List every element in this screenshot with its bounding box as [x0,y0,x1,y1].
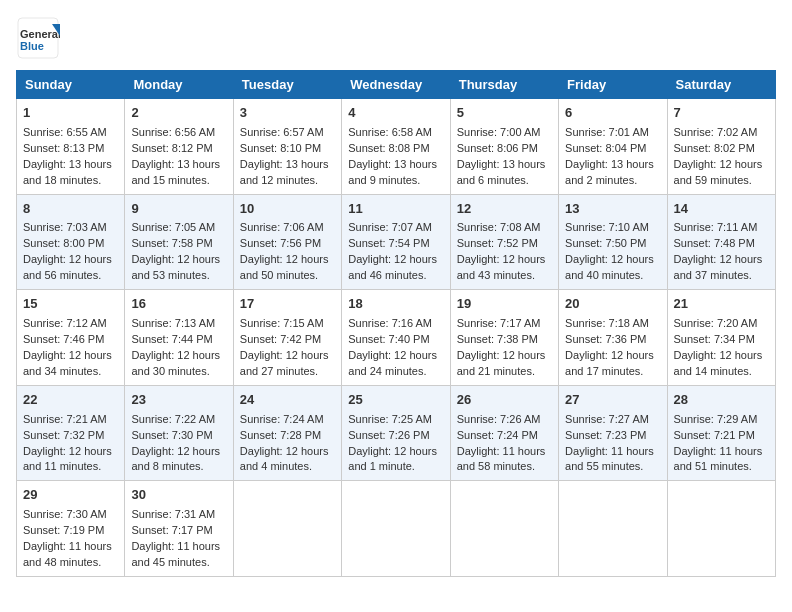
day-number: 26 [457,391,552,410]
day-number: 2 [131,104,226,123]
day-number: 13 [565,200,660,219]
day-number: 6 [565,104,660,123]
calendar-cell [342,481,450,577]
day-number: 18 [348,295,443,314]
day-number: 29 [23,486,118,505]
logo: General Blue [16,16,60,60]
sunrise-text: Sunrise: 7:16 AM [348,317,432,329]
column-header-monday: Monday [125,71,233,99]
sunset-text: Sunset: 7:21 PM [674,429,755,441]
sunrise-text: Sunrise: 7:30 AM [23,508,107,520]
daylight-text: Daylight: 12 hours and 24 minutes. [348,349,437,377]
column-header-saturday: Saturday [667,71,775,99]
sunrise-text: Sunrise: 6:56 AM [131,126,215,138]
calendar-cell: 19Sunrise: 7:17 AMSunset: 7:38 PMDayligh… [450,290,558,386]
calendar-cell: 26Sunrise: 7:26 AMSunset: 7:24 PMDayligh… [450,385,558,481]
day-number: 22 [23,391,118,410]
day-number: 9 [131,200,226,219]
sunset-text: Sunset: 7:40 PM [348,333,429,345]
sunset-text: Sunset: 7:42 PM [240,333,321,345]
sunset-text: Sunset: 7:38 PM [457,333,538,345]
sunrise-text: Sunrise: 7:10 AM [565,221,649,233]
sunset-text: Sunset: 7:26 PM [348,429,429,441]
daylight-text: Daylight: 12 hours and 56 minutes. [23,253,112,281]
sunrise-text: Sunrise: 7:15 AM [240,317,324,329]
sunset-text: Sunset: 7:44 PM [131,333,212,345]
daylight-text: Daylight: 13 hours and 12 minutes. [240,158,329,186]
calendar-cell: 13Sunrise: 7:10 AMSunset: 7:50 PMDayligh… [559,194,667,290]
sunrise-text: Sunrise: 7:13 AM [131,317,215,329]
calendar-cell: 15Sunrise: 7:12 AMSunset: 7:46 PMDayligh… [17,290,125,386]
day-number: 14 [674,200,769,219]
calendar-cell: 20Sunrise: 7:18 AMSunset: 7:36 PMDayligh… [559,290,667,386]
sunset-text: Sunset: 7:58 PM [131,237,212,249]
daylight-text: Daylight: 12 hours and 21 minutes. [457,349,546,377]
daylight-text: Daylight: 12 hours and 50 minutes. [240,253,329,281]
sunrise-text: Sunrise: 6:57 AM [240,126,324,138]
daylight-text: Daylight: 11 hours and 48 minutes. [23,540,112,568]
daylight-text: Daylight: 12 hours and 53 minutes. [131,253,220,281]
column-header-tuesday: Tuesday [233,71,341,99]
calendar-cell: 6Sunrise: 7:01 AMSunset: 8:04 PMDaylight… [559,99,667,195]
sunset-text: Sunset: 7:46 PM [23,333,104,345]
calendar-cell: 24Sunrise: 7:24 AMSunset: 7:28 PMDayligh… [233,385,341,481]
daylight-text: Daylight: 12 hours and 8 minutes. [131,445,220,473]
sunrise-text: Sunrise: 7:22 AM [131,413,215,425]
sunset-text: Sunset: 7:17 PM [131,524,212,536]
calendar-cell: 30Sunrise: 7:31 AMSunset: 7:17 PMDayligh… [125,481,233,577]
calendar-cell: 5Sunrise: 7:00 AMSunset: 8:06 PMDaylight… [450,99,558,195]
day-number: 20 [565,295,660,314]
calendar-cell: 21Sunrise: 7:20 AMSunset: 7:34 PMDayligh… [667,290,775,386]
day-number: 12 [457,200,552,219]
daylight-text: Daylight: 13 hours and 18 minutes. [23,158,112,186]
sunset-text: Sunset: 7:23 PM [565,429,646,441]
calendar-cell: 23Sunrise: 7:22 AMSunset: 7:30 PMDayligh… [125,385,233,481]
sunrise-text: Sunrise: 7:17 AM [457,317,541,329]
day-number: 7 [674,104,769,123]
day-number: 8 [23,200,118,219]
sunrise-text: Sunrise: 7:21 AM [23,413,107,425]
calendar-cell [559,481,667,577]
day-number: 1 [23,104,118,123]
day-number: 21 [674,295,769,314]
sunset-text: Sunset: 7:56 PM [240,237,321,249]
sunrise-text: Sunrise: 7:01 AM [565,126,649,138]
daylight-text: Daylight: 11 hours and 51 minutes. [674,445,763,473]
sunrise-text: Sunrise: 7:29 AM [674,413,758,425]
sunrise-text: Sunrise: 7:07 AM [348,221,432,233]
calendar-cell: 25Sunrise: 7:25 AMSunset: 7:26 PMDayligh… [342,385,450,481]
daylight-text: Daylight: 12 hours and 59 minutes. [674,158,763,186]
svg-text:General: General [20,28,60,40]
sunrise-text: Sunrise: 7:08 AM [457,221,541,233]
sunrise-text: Sunrise: 7:26 AM [457,413,541,425]
sunset-text: Sunset: 7:24 PM [457,429,538,441]
calendar-cell: 18Sunrise: 7:16 AMSunset: 7:40 PMDayligh… [342,290,450,386]
sunset-text: Sunset: 7:48 PM [674,237,755,249]
day-number: 28 [674,391,769,410]
day-number: 15 [23,295,118,314]
sunset-text: Sunset: 8:04 PM [565,142,646,154]
daylight-text: Daylight: 12 hours and 40 minutes. [565,253,654,281]
calendar-cell: 2Sunrise: 6:56 AMSunset: 8:12 PMDaylight… [125,99,233,195]
daylight-text: Daylight: 12 hours and 17 minutes. [565,349,654,377]
day-number: 24 [240,391,335,410]
calendar-cell: 16Sunrise: 7:13 AMSunset: 7:44 PMDayligh… [125,290,233,386]
daylight-text: Daylight: 12 hours and 11 minutes. [23,445,112,473]
daylight-text: Daylight: 12 hours and 1 minute. [348,445,437,473]
calendar-cell: 27Sunrise: 7:27 AMSunset: 7:23 PMDayligh… [559,385,667,481]
logo-icon: General Blue [16,16,60,60]
calendar-week-row: 22Sunrise: 7:21 AMSunset: 7:32 PMDayligh… [17,385,776,481]
sunrise-text: Sunrise: 7:12 AM [23,317,107,329]
sunrise-text: Sunrise: 6:58 AM [348,126,432,138]
day-number: 27 [565,391,660,410]
daylight-text: Daylight: 11 hours and 58 minutes. [457,445,546,473]
sunrise-text: Sunrise: 7:05 AM [131,221,215,233]
sunset-text: Sunset: 7:30 PM [131,429,212,441]
sunset-text: Sunset: 7:34 PM [674,333,755,345]
day-number: 10 [240,200,335,219]
calendar-cell: 1Sunrise: 6:55 AMSunset: 8:13 PMDaylight… [17,99,125,195]
sunrise-text: Sunrise: 7:03 AM [23,221,107,233]
sunset-text: Sunset: 7:28 PM [240,429,321,441]
daylight-text: Daylight: 12 hours and 4 minutes. [240,445,329,473]
calendar-week-row: 8Sunrise: 7:03 AMSunset: 8:00 PMDaylight… [17,194,776,290]
